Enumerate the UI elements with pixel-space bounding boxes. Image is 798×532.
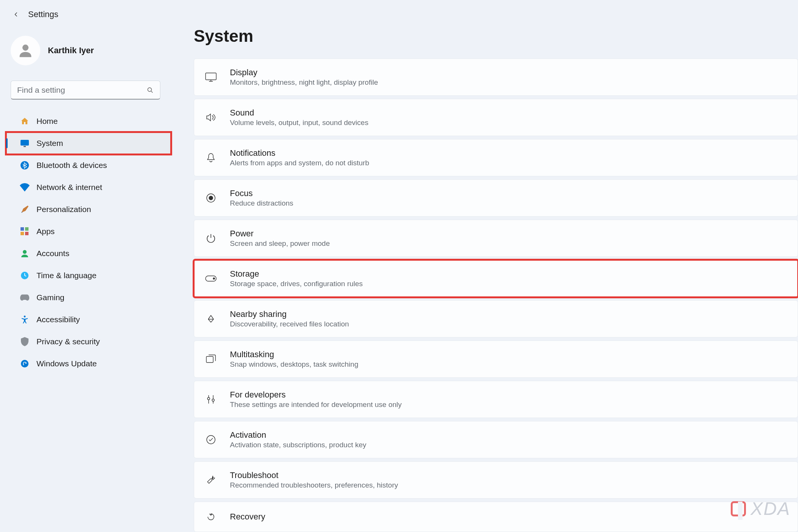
search-container bbox=[0, 81, 171, 110]
settings-list: Display Monitors, brightness, night ligh… bbox=[194, 59, 798, 532]
setting-row-recovery[interactable]: Recovery bbox=[194, 502, 798, 532]
svg-point-17 bbox=[213, 278, 215, 279]
wrench-icon bbox=[203, 475, 219, 485]
setting-desc: Alerts from apps and system, do not dist… bbox=[230, 159, 789, 167]
home-icon bbox=[20, 116, 30, 126]
power-icon bbox=[203, 233, 219, 243]
sidebar-item-accounts[interactable]: Accounts bbox=[6, 242, 165, 264]
setting-desc: These settings are intended for developm… bbox=[230, 401, 789, 409]
watermark: XDA bbox=[731, 498, 790, 519]
storage-icon bbox=[203, 276, 219, 282]
setting-title: Power bbox=[230, 229, 789, 239]
setting-row-power[interactable]: Power Screen and sleep, power mode bbox=[194, 220, 798, 257]
setting-title: Sound bbox=[230, 108, 789, 118]
sidebar-item-label: Network & internet bbox=[36, 183, 102, 192]
sidebar-item-apps[interactable]: Apps bbox=[6, 220, 165, 242]
content: System Display Monitors, brightness, nig… bbox=[171, 0, 798, 532]
setting-desc: Discoverability, received files location bbox=[230, 320, 789, 328]
apps-icon bbox=[20, 226, 30, 236]
setting-row-display[interactable]: Display Monitors, brightness, night ligh… bbox=[194, 59, 798, 96]
user-name: Karthik Iyer bbox=[48, 46, 94, 55]
setting-desc: Snap windows, desktops, task switching bbox=[230, 360, 789, 369]
setting-text: Storage Storage space, drives, configura… bbox=[230, 269, 789, 288]
system-icon bbox=[20, 138, 30, 148]
sidebar-item-label: Gaming bbox=[36, 293, 65, 302]
bluetooth-icon bbox=[20, 160, 30, 170]
setting-title: Display bbox=[230, 68, 789, 78]
svg-rect-6 bbox=[25, 227, 28, 231]
setting-row-storage[interactable]: Storage Storage space, drives, configura… bbox=[194, 260, 798, 297]
arrow-left-icon bbox=[12, 11, 20, 18]
setting-row-notifications[interactable]: Notifications Alerts from apps and syste… bbox=[194, 139, 798, 176]
svg-point-12 bbox=[21, 360, 28, 367]
setting-text: For developers These settings are intend… bbox=[230, 390, 789, 409]
settings-app: Settings Karthik Iyer Home bbox=[0, 0, 798, 532]
page-heading: System bbox=[194, 27, 798, 46]
watermark-mark-icon bbox=[731, 501, 746, 516]
avatar bbox=[11, 36, 40, 65]
setting-row-multitasking[interactable]: Multitasking Snap windows, desktops, tas… bbox=[194, 340, 798, 378]
sidebar: Settings Karthik Iyer Home bbox=[0, 0, 171, 532]
sound-icon bbox=[203, 113, 219, 122]
svg-point-9 bbox=[23, 250, 27, 254]
search-icon bbox=[146, 86, 154, 94]
search-input[interactable] bbox=[17, 86, 146, 95]
sidebar-item-label: Windows Update bbox=[36, 359, 97, 368]
sidebar-item-label: Accounts bbox=[36, 249, 69, 258]
time-language-icon bbox=[20, 271, 30, 280]
setting-desc: Storage space, drives, configuration rul… bbox=[230, 280, 789, 288]
setting-desc: Activation state, subscriptions, product… bbox=[230, 441, 789, 449]
sidebar-item-bluetooth[interactable]: Bluetooth & devices bbox=[6, 154, 165, 176]
setting-desc: Volume levels, output, input, sound devi… bbox=[230, 119, 789, 127]
shield-icon bbox=[20, 337, 30, 347]
setting-text: Focus Reduce distractions bbox=[230, 188, 789, 207]
sidebar-item-gaming[interactable]: Gaming bbox=[6, 287, 165, 309]
wifi-icon bbox=[20, 182, 30, 192]
setting-title: Multitasking bbox=[230, 350, 789, 359]
user-card[interactable]: Karthik Iyer bbox=[0, 28, 171, 81]
search-box[interactable] bbox=[11, 81, 160, 100]
title-row: Settings bbox=[0, 9, 171, 28]
bell-icon bbox=[203, 153, 219, 163]
sidebar-item-time[interactable]: Time & language bbox=[6, 264, 165, 287]
back-button[interactable] bbox=[11, 9, 21, 20]
setting-text: Display Monitors, brightness, night ligh… bbox=[230, 68, 789, 87]
setting-title: Notifications bbox=[230, 148, 789, 158]
svg-rect-3 bbox=[24, 146, 26, 147]
window-title: Settings bbox=[28, 10, 59, 19]
setting-row-activation[interactable]: Activation Activation state, subscriptio… bbox=[194, 421, 798, 458]
sidebar-item-home[interactable]: Home bbox=[6, 110, 165, 132]
sidebar-item-update[interactable]: Windows Update bbox=[6, 353, 165, 375]
sidebar-item-label: Privacy & security bbox=[36, 337, 100, 346]
svg-rect-18 bbox=[206, 356, 213, 363]
sidebar-item-label: Time & language bbox=[36, 271, 97, 280]
setting-row-nearby[interactable]: Nearby sharing Discoverability, received… bbox=[194, 300, 798, 337]
sidebar-item-personalization[interactable]: Personalization bbox=[6, 198, 165, 220]
setting-row-focus[interactable]: Focus Reduce distractions bbox=[194, 179, 798, 217]
setting-row-developers[interactable]: For developers These settings are intend… bbox=[194, 381, 798, 418]
sidebar-item-system[interactable]: System bbox=[6, 132, 171, 154]
display-icon bbox=[203, 73, 219, 82]
nav: Home System Bluetooth & devices Network … bbox=[0, 110, 171, 375]
person-icon bbox=[17, 42, 34, 59]
sidebar-item-network[interactable]: Network & internet bbox=[6, 176, 165, 198]
sidebar-item-label: Bluetooth & devices bbox=[36, 161, 107, 170]
recovery-icon bbox=[203, 512, 219, 522]
setting-row-sound[interactable]: Sound Volume levels, output, input, soun… bbox=[194, 99, 798, 136]
sidebar-item-label: Accessibility bbox=[36, 315, 80, 324]
sidebar-item-accessibility[interactable]: Accessibility bbox=[6, 309, 165, 331]
setting-title: Activation bbox=[230, 430, 789, 440]
setting-row-troubleshoot[interactable]: Troubleshoot Recommended troubleshooters… bbox=[194, 461, 798, 499]
focus-icon bbox=[203, 193, 219, 203]
setting-title: Focus bbox=[230, 188, 789, 198]
setting-desc: Monitors, brightness, night light, displ… bbox=[230, 78, 789, 87]
svg-rect-2 bbox=[21, 140, 29, 146]
setting-text: Multitasking Snap windows, desktops, tas… bbox=[230, 350, 789, 369]
sidebar-item-privacy[interactable]: Privacy & security bbox=[6, 331, 165, 353]
setting-desc: Reduce distractions bbox=[230, 199, 789, 207]
gaming-icon bbox=[20, 293, 30, 302]
setting-title: For developers bbox=[230, 390, 789, 400]
paintbrush-icon bbox=[20, 204, 30, 214]
svg-point-1 bbox=[148, 87, 152, 91]
sidebar-item-label: Apps bbox=[36, 227, 55, 236]
